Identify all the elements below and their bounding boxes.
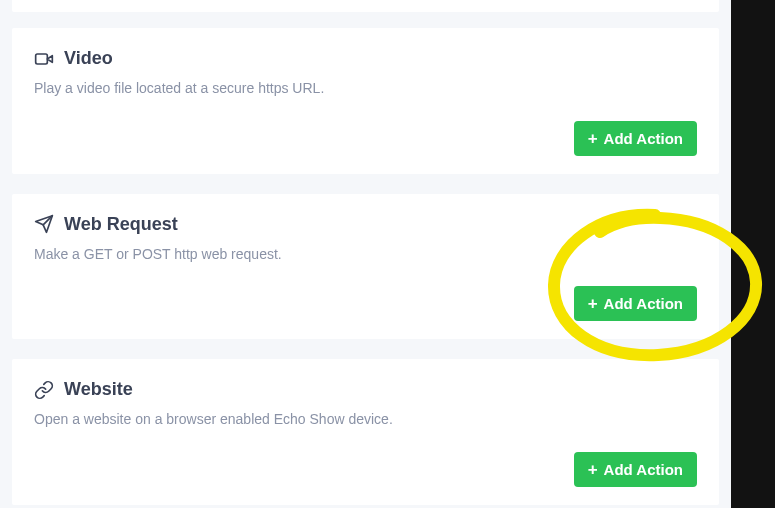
plus-icon: + xyxy=(588,295,598,312)
card-footer: + Add Action xyxy=(34,286,697,321)
add-action-button[interactable]: + Add Action xyxy=(574,121,697,156)
action-card-video: Video Play a video file located at a sec… xyxy=(12,28,719,174)
actions-list: Video Play a video file located at a sec… xyxy=(0,0,731,508)
plus-icon: + xyxy=(588,461,598,478)
video-icon xyxy=(34,49,54,69)
card-header: Web Request xyxy=(34,214,697,235)
svg-rect-0 xyxy=(36,54,48,64)
card-header: Video xyxy=(34,48,697,69)
card-title: Video xyxy=(64,48,113,69)
card-header: Website xyxy=(34,379,697,400)
previous-card-edge xyxy=(12,0,719,12)
button-label: Add Action xyxy=(604,130,683,147)
button-label: Add Action xyxy=(604,461,683,478)
card-title: Web Request xyxy=(64,214,178,235)
action-card-website: Website Open a website on a browser enab… xyxy=(12,359,719,505)
link-icon xyxy=(34,380,54,400)
card-description: Play a video file located at a secure ht… xyxy=(34,79,697,99)
plus-icon: + xyxy=(588,130,598,147)
action-card-web-request: Web Request Make a GET or POST http web … xyxy=(12,194,719,340)
send-icon xyxy=(34,214,54,234)
card-footer: + Add Action xyxy=(34,452,697,487)
card-description: Make a GET or POST http web request. xyxy=(34,245,697,265)
right-panel-edge xyxy=(731,0,775,508)
card-title: Website xyxy=(64,379,133,400)
button-label: Add Action xyxy=(604,295,683,312)
add-action-button[interactable]: + Add Action xyxy=(574,286,697,321)
card-description: Open a website on a browser enabled Echo… xyxy=(34,410,697,430)
card-footer: + Add Action xyxy=(34,121,697,156)
add-action-button[interactable]: + Add Action xyxy=(574,452,697,487)
